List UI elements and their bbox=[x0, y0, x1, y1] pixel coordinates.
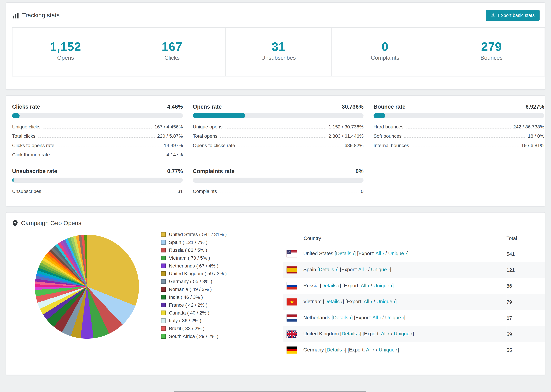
geo-table-body: United States [Details ›] [Export: All ›… bbox=[283, 246, 545, 358]
details-link[interactable]: Details › bbox=[327, 347, 345, 352]
details-link[interactable]: Details › bbox=[342, 331, 360, 336]
stat-box: 31 Unsubscribes bbox=[225, 28, 332, 76]
geo-body: United States ( 541 / 31% ) Spain ( 121 … bbox=[6, 227, 545, 358]
rate-rows: Hard bounces 242 / 86.738% Soft bounces … bbox=[374, 124, 544, 148]
rate-block: Bounce rate 6.927% Hard bounces 242 / 86… bbox=[374, 104, 544, 158]
rate-row-value: 2,303 / 61.446% bbox=[329, 133, 364, 139]
rate-progress-bar bbox=[193, 178, 364, 183]
legend-color-swatch bbox=[161, 279, 166, 284]
legend-label: United Kingdom ( 59 / 3% ) bbox=[169, 271, 227, 276]
country-cell: Spain [Details ›] [Export: All › / Uniqu… bbox=[283, 262, 507, 278]
legend-color-swatch bbox=[161, 256, 166, 260]
rate-row: Total opens 2,303 / 61.446% bbox=[193, 133, 364, 139]
rate-progress-bar bbox=[12, 113, 183, 118]
export-unique-link[interactable]: Unique › bbox=[394, 331, 413, 336]
dotted-leader bbox=[411, 147, 519, 147]
export-all-link[interactable]: All › bbox=[366, 347, 374, 352]
export-unique-link[interactable]: Unique › bbox=[379, 347, 397, 352]
rate-head: Bounce rate 6.927% bbox=[374, 104, 544, 110]
slash-separator: / bbox=[384, 251, 388, 256]
legend-item: Vietnam ( 79 / 5% ) bbox=[161, 255, 262, 261]
slash-separator: / bbox=[390, 331, 394, 336]
export-all-link[interactable]: All › bbox=[364, 299, 372, 304]
export-unique-link[interactable]: Unique › bbox=[371, 267, 390, 272]
rate-row-value: 18 / 0% bbox=[528, 133, 544, 139]
legend-color-swatch bbox=[161, 303, 166, 307]
tracking-stats-title: Tracking stats bbox=[13, 12, 60, 19]
legend-label: Netherlands ( 67 / 4% ) bbox=[169, 263, 218, 268]
tracking-stats-card: Tracking stats Export basic stats 1,152 … bbox=[6, 2, 545, 90]
legend-item: India ( 46 / 3% ) bbox=[161, 294, 262, 300]
export-all-link[interactable]: All › bbox=[361, 283, 369, 288]
legend-color-swatch bbox=[161, 326, 166, 331]
bracket-close: ] bbox=[398, 347, 399, 352]
rate-row-label: Unique opens bbox=[193, 124, 223, 129]
stats-row: 1,152 Opens 167 Clicks 31 Unsubscribes 0… bbox=[12, 27, 545, 77]
dotted-leader bbox=[225, 128, 326, 128]
geo-table-row: Russia [Details ›] [Export: All › / Uniq… bbox=[283, 278, 545, 294]
rate-row-value: 0 bbox=[361, 189, 364, 194]
bracket-open: [ bbox=[320, 283, 321, 288]
total-column-header: Total bbox=[507, 230, 545, 246]
country-name: United Kingdom bbox=[303, 331, 340, 336]
bracket-open: [ bbox=[335, 251, 336, 256]
export-all-link[interactable]: All › bbox=[381, 331, 389, 336]
rate-rows: Unique clicks 167 / 4.456% Total clicks … bbox=[12, 124, 183, 157]
geo-table-row: United States [Details ›] [Export: All ›… bbox=[283, 246, 545, 262]
rate-row: Complaints 0 bbox=[193, 189, 364, 194]
bracket-close: ] bbox=[404, 315, 405, 320]
legend-label: Germany ( 55 / 3% ) bbox=[169, 279, 212, 284]
legend-label: Italy ( 36 / 2% ) bbox=[169, 318, 201, 323]
export-basic-stats-label: Export basic stats bbox=[498, 13, 535, 18]
rate-block: Opens rate 30.736% Unique opens 1,152 / … bbox=[193, 104, 364, 158]
export-unique-link[interactable]: Unique › bbox=[374, 283, 392, 288]
geo-pie-chart[interactable] bbox=[35, 235, 139, 339]
legend-label: Canada ( 40 / 2% ) bbox=[169, 310, 209, 315]
horizontal-scrollbar-thumb[interactable] bbox=[173, 391, 367, 392]
rate-value: 0% bbox=[356, 168, 364, 175]
details-link[interactable]: Details › bbox=[319, 267, 337, 272]
rate-progress-bar bbox=[12, 178, 183, 183]
country-total: 67 bbox=[507, 310, 545, 326]
export-unique-link[interactable]: Unique › bbox=[376, 299, 395, 304]
rate-rows: Complaints 0 bbox=[193, 189, 364, 194]
export-unique-link[interactable]: Unique › bbox=[388, 251, 407, 256]
rate-row: Soft bounces 18 / 0% bbox=[374, 133, 544, 139]
rate-row: Unsubscribes 31 bbox=[12, 189, 183, 194]
country-total: 59 bbox=[507, 326, 545, 342]
legend-item: Netherlands ( 67 / 4% ) bbox=[161, 263, 262, 268]
country-flag-icon bbox=[287, 250, 297, 258]
bracket-close: ] bbox=[407, 251, 409, 256]
legend-item: Spain ( 121 / 7% ) bbox=[161, 240, 262, 245]
legend-color-swatch bbox=[161, 287, 166, 292]
rate-title: Clicks rate bbox=[12, 104, 40, 110]
export-all-link[interactable]: All › bbox=[375, 251, 384, 256]
export-all-link[interactable]: All › bbox=[372, 315, 381, 320]
country-total: 86 bbox=[507, 278, 545, 294]
rate-progress-fill bbox=[374, 113, 385, 118]
export-unique-link[interactable]: Unique › bbox=[385, 315, 404, 320]
details-link[interactable]: Details › bbox=[324, 299, 343, 304]
export-all-link[interactable]: All › bbox=[358, 267, 367, 272]
stat-box: 0 Complaints bbox=[332, 28, 438, 76]
bracket-close: ] bbox=[392, 283, 394, 288]
country-name: Netherlands bbox=[303, 315, 332, 320]
rate-block: Complaints rate 0% Complaints 0 bbox=[193, 168, 364, 194]
rate-row-value: 14.497% bbox=[164, 143, 183, 148]
bracket-close: ] bbox=[390, 267, 391, 272]
legend-color-swatch bbox=[161, 311, 166, 315]
bracket-mid: ] [Export: bbox=[345, 347, 366, 352]
legend-item: South Africa ( 29 / 2% ) bbox=[161, 334, 262, 339]
export-basic-stats-button[interactable]: Export basic stats bbox=[486, 10, 540, 21]
stat-value: 167 bbox=[119, 40, 225, 54]
details-link[interactable]: Details › bbox=[336, 251, 354, 256]
bar-chart-icon bbox=[13, 12, 19, 19]
stat-label: Opens bbox=[13, 55, 119, 61]
geo-table-row: Germany [Details ›] [Export: All › / Uni… bbox=[283, 342, 545, 358]
map-pin-icon bbox=[13, 220, 18, 227]
details-link[interactable]: Details › bbox=[321, 283, 340, 288]
rate-row: Internal bounces 19 / 6.81% bbox=[374, 143, 544, 148]
country-name: Russia bbox=[303, 283, 320, 288]
details-link[interactable]: Details › bbox=[333, 315, 351, 320]
rate-row-value: 242 / 86.738% bbox=[513, 124, 544, 129]
